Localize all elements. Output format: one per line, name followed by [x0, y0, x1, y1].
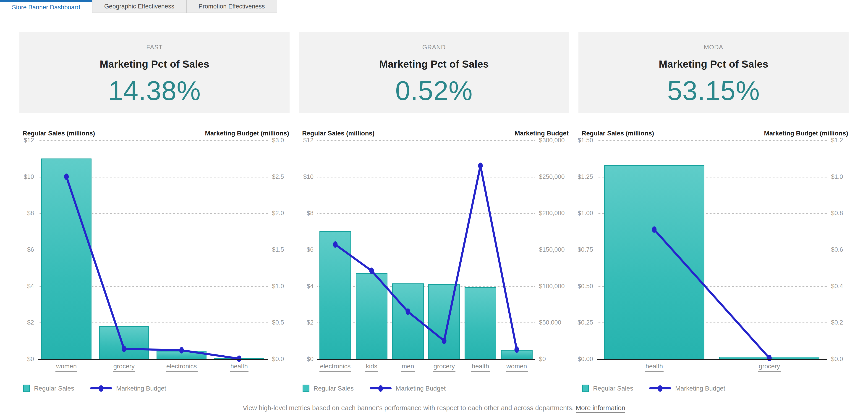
legend-line-marker-icon	[370, 387, 392, 389]
plot-area	[597, 140, 827, 359]
tab-promotion-effectiveness[interactable]: Promotion Effectiveness	[186, 0, 277, 13]
kpi-value: 14.38%	[20, 75, 289, 106]
category-label-health[interactable]: health	[462, 363, 499, 370]
panel-fast: FAST Marketing Pct of Sales 14.38% Regul…	[20, 32, 289, 392]
category-label-women[interactable]: women	[499, 363, 535, 370]
right-axis: $300,000$250,000$200,000$150,000$100,000…	[535, 140, 569, 359]
tab-geographic-effectiveness[interactable]: Geographic Effectiveness	[92, 0, 186, 13]
left-tick-label: $10	[24, 173, 34, 180]
right-tick-label: $300,000	[539, 137, 565, 144]
footer-description: View high-level metrics based on each ba…	[0, 404, 868, 412]
right-tick-label: $200,000	[539, 209, 565, 217]
line-path	[654, 229, 769, 358]
line-point-health[interactable]	[237, 355, 241, 362]
right-tick-label: $0.0	[831, 356, 843, 363]
line-point-women[interactable]	[515, 346, 519, 353]
right-tick-label: $1.5	[272, 246, 284, 253]
right-tick-label: $250,000	[539, 173, 565, 180]
chart-legend: Regular Sales Marketing Budget	[23, 385, 289, 392]
footer-text: View high-level metrics based on each ba…	[243, 404, 574, 412]
right-tick-label: $50,000	[539, 319, 561, 326]
kpi-card-fast: FAST Marketing Pct of Sales 14.38%	[20, 32, 289, 113]
chart-legend: Regular Sales Marketing Budget	[582, 385, 848, 392]
right-tick-label: $0.5	[272, 319, 284, 326]
legend-line-label: Marketing Budget	[396, 385, 446, 392]
line-point-electronics[interactable]	[179, 347, 184, 354]
plot-area	[317, 140, 535, 359]
left-tick-label: $4	[27, 282, 34, 289]
category-label-kids[interactable]: kids	[353, 363, 390, 370]
category-label-electronics[interactable]: electronics	[317, 363, 353, 370]
x-axis-labels: womengroceryelectronicshealth	[38, 363, 268, 379]
legend-line-marker-icon	[90, 387, 112, 389]
right-tick-label: $0.6	[831, 246, 843, 253]
line-point-grocery[interactable]	[767, 355, 772, 361]
category-label-health[interactable]: health	[597, 363, 712, 370]
panel-grand: GRAND Marketing Pct of Sales 0.52% Regul…	[299, 32, 569, 392]
line-path	[335, 166, 517, 349]
right-tick-label: $1.0	[272, 282, 284, 289]
left-tick-label: $8	[27, 209, 34, 217]
right-tick-label: $0.8	[831, 209, 843, 217]
line-point-grocery[interactable]	[122, 345, 126, 352]
right-tick-label: $1.2	[831, 137, 843, 144]
line-point-health[interactable]	[478, 163, 483, 169]
tab-store-banner-dashboard[interactable]: Store Banner Dashboard	[0, 0, 92, 13]
category-label-electronics[interactable]: electronics	[153, 363, 210, 370]
kpi-banner-name: GRAND	[299, 44, 569, 51]
category-label-grocery[interactable]: grocery	[712, 363, 827, 370]
right-tick-label: $1.0	[831, 173, 843, 180]
right-tick-label: $0	[539, 356, 546, 363]
left-axis-title: Regular Sales (millions)	[23, 130, 95, 137]
line-point-grocery[interactable]	[442, 338, 446, 344]
left-tick-label: $0.50	[578, 282, 593, 289]
line-point-men[interactable]	[406, 308, 410, 315]
left-tick-label: $4	[307, 282, 313, 289]
x-axis-baseline	[597, 359, 827, 360]
kpi-value: 0.52%	[299, 75, 569, 106]
left-tick-label: $2	[27, 319, 34, 326]
right-tick-label: $0.0	[272, 356, 284, 363]
x-axis-baseline	[317, 359, 535, 360]
axis-titles-row: Regular Sales (millions) Marketing Budge…	[299, 128, 569, 137]
left-axis-title: Regular Sales (millions)	[582, 130, 654, 137]
axis-titles-row: Regular Sales (millions) Marketing Budge…	[579, 128, 848, 137]
line-point-health[interactable]	[652, 226, 656, 233]
more-information-link[interactable]: More information	[576, 404, 625, 413]
right-axis: $1.2$1.0$0.8$0.6$0.4$0.2$0.0	[827, 140, 848, 359]
left-tick-label: $6	[27, 246, 34, 253]
legend-bar-swatch-icon	[582, 385, 589, 392]
category-label-grocery[interactable]: grocery	[426, 363, 462, 370]
line-point-electronics[interactable]	[333, 242, 338, 248]
line-point-kids[interactable]	[369, 268, 374, 274]
kpi-banner-name: MODA	[579, 44, 848, 51]
marketing-budget-line	[597, 140, 827, 359]
left-axis: $1.50$1.25$1.00$0.75$0.50$0.25$0.00	[579, 140, 597, 359]
legend-bar-swatch-icon	[303, 385, 309, 392]
left-tick-label: $0	[27, 356, 34, 363]
left-tick-label: $0.25	[578, 319, 593, 326]
category-label-grocery[interactable]: grocery	[95, 363, 153, 370]
dashboard-panels: FAST Marketing Pct of Sales 14.38% Regul…	[0, 13, 868, 392]
left-tick-label: $12	[24, 137, 34, 144]
right-tick-label: $100,000	[539, 282, 565, 289]
plot-area	[38, 140, 268, 359]
right-tick-label: $150,000	[539, 246, 565, 253]
line-point-women[interactable]	[64, 174, 69, 180]
category-label-men[interactable]: men	[390, 363, 426, 370]
combo-chart-fast: $12$10$8$6$4$2$0 $3.0$2.5$2.0$1.5$1.0$0.…	[20, 140, 289, 379]
kpi-card-grand: GRAND Marketing Pct of Sales 0.52%	[299, 32, 569, 113]
right-tick-label: $2.0	[272, 209, 284, 217]
right-axis-title: Marketing Budget	[515, 130, 569, 137]
category-label-women[interactable]: women	[38, 363, 95, 370]
marketing-budget-line	[317, 140, 535, 359]
kpi-title: Marketing Pct of Sales	[20, 58, 289, 70]
left-axis-title: Regular Sales (millions)	[302, 130, 374, 137]
left-axis: $12$10$8$6$4$2$0	[299, 140, 317, 359]
line-path	[66, 177, 239, 359]
category-label-health[interactable]: health	[210, 363, 268, 370]
legend-line-label: Marketing Budget	[675, 385, 725, 392]
left-tick-label: $1.25	[578, 173, 593, 180]
legend-line-marker-icon	[649, 387, 671, 389]
left-tick-label: $1.50	[578, 137, 593, 144]
